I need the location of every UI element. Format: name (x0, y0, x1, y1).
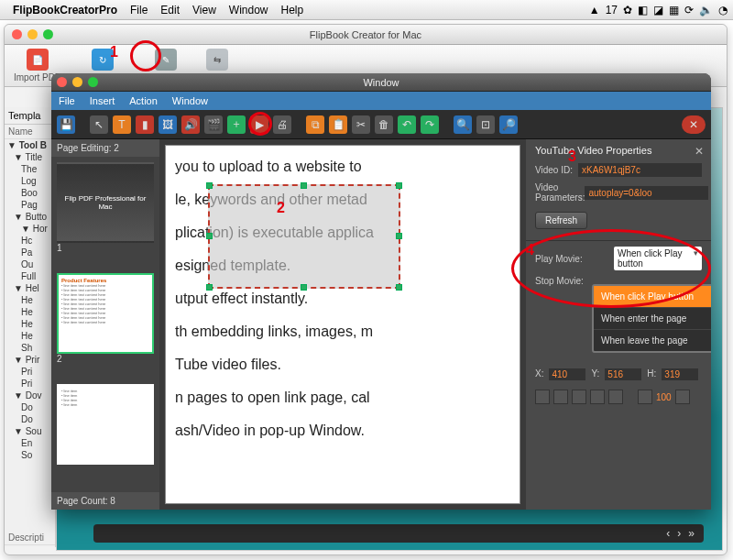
editor-zoom-button[interactable] (88, 77, 98, 87)
tree-item[interactable]: Boo (5, 187, 55, 199)
delete-icon[interactable]: 🗑 (375, 115, 393, 134)
selection-box[interactable] (208, 184, 400, 289)
resize-handle[interactable] (301, 284, 307, 291)
close-editor-icon[interactable]: ✕ (682, 115, 706, 134)
tree-item[interactable]: Pri (5, 366, 55, 378)
zoom-out-icon[interactable]: 🔎 (499, 115, 518, 134)
next-page-icon[interactable]: › (677, 527, 681, 540)
tree-item[interactable]: Log (5, 175, 55, 187)
page-canvas[interactable]: you to upload to a website tole, keyword… (165, 145, 520, 504)
h-input[interactable] (662, 368, 698, 380)
tree-item[interactable]: Pa (5, 247, 55, 258)
tree-item[interactable]: ▼ Hel (5, 282, 55, 294)
y-input[interactable] (605, 368, 641, 380)
tree-item[interactable]: ▼ Title (5, 151, 55, 163)
redo-icon[interactable]: ↷ (421, 115, 439, 134)
thumb-2[interactable]: Product Features • line item text conten… (57, 273, 154, 379)
tree-item[interactable]: He (5, 330, 55, 342)
cut-icon[interactable]: ✂ (352, 115, 370, 134)
file-menu[interactable]: File (130, 4, 148, 16)
align-top-icon[interactable] (590, 390, 605, 404)
zoom-window-button[interactable] (43, 29, 53, 39)
tree-item[interactable]: ▼ Butto (5, 211, 55, 223)
tree-item[interactable]: En (5, 437, 55, 449)
last-page-icon[interactable]: » (688, 527, 695, 540)
shape-icon[interactable]: ▮ (136, 115, 154, 134)
zoom-fit-icon[interactable]: ⊡ (476, 115, 495, 134)
tree-item[interactable]: He (5, 318, 55, 330)
editor-insert-menu[interactable]: Insert (90, 95, 115, 106)
edit-menu[interactable]: Edit (160, 4, 180, 16)
tree-item[interactable]: ▼ Tool B (5, 139, 55, 151)
window-menu[interactable]: Window (229, 4, 268, 16)
opacity-icon[interactable] (638, 390, 652, 404)
dd-option-play-button[interactable]: When click Play button (594, 286, 711, 308)
tree-item[interactable]: The (5, 163, 55, 175)
x-input[interactable] (549, 368, 585, 380)
sound-icon[interactable]: 🔊 (181, 115, 200, 134)
editor-close-button[interactable] (57, 77, 67, 87)
tree-item[interactable]: Hc (5, 235, 55, 247)
app-menu[interactable]: FlipBookCreatorPro (13, 4, 117, 16)
property-tree[interactable]: ▼ Tool B▼ TitleTheLogBooPag▼ Butto▼ HorH… (5, 139, 55, 461)
tree-item[interactable]: So (5, 449, 55, 461)
tree-item[interactable]: Do (5, 413, 55, 425)
template-tab[interactable]: Templa (5, 107, 55, 125)
pointer-icon[interactable]: ↖ (90, 115, 108, 134)
video-id-input[interactable] (578, 163, 702, 177)
paste-icon[interactable]: 📋 (329, 115, 347, 134)
tree-item[interactable]: ▼ Dov (5, 390, 55, 401)
thumb-list[interactable]: Flip PDF Professional for Mac 1 Product … (51, 157, 159, 492)
align-middle-icon[interactable] (608, 390, 623, 404)
resize-handle[interactable] (396, 182, 402, 189)
save-icon[interactable]: 💾 (57, 115, 75, 134)
clock-icon[interactable]: ◔ (718, 4, 728, 16)
editor-file-menu[interactable]: File (59, 95, 75, 106)
prev-page-icon[interactable]: ‹ (666, 527, 670, 540)
tree-item[interactable]: Full (5, 270, 55, 282)
resize-handle[interactable] (396, 284, 402, 291)
dd-option-enter-page[interactable]: When enter the page (594, 308, 711, 330)
tree-item[interactable]: Do (5, 401, 55, 413)
close-window-button[interactable] (12, 29, 22, 39)
refresh-button[interactable]: Refresh (535, 212, 587, 229)
tree-item[interactable]: ▼ Sou (5, 425, 55, 437)
tree-item[interactable]: Sh (5, 342, 55, 354)
tree-item[interactable]: Ou (5, 258, 55, 270)
tree-item[interactable]: Pri (5, 378, 55, 390)
view-menu[interactable]: View (192, 4, 216, 16)
tree-item[interactable]: Pag (5, 199, 55, 211)
resize-handle[interactable] (301, 182, 307, 189)
play-movie-dropdown[interactable]: When click Play button (614, 247, 702, 270)
swf-icon[interactable]: ＋ (227, 115, 246, 134)
movie-icon[interactable]: 🎬 (204, 115, 223, 134)
tree-item[interactable]: ▼ Prir (5, 354, 55, 366)
dd-option-leave-page[interactable]: When leave the page (594, 330, 711, 351)
tree-item[interactable]: ▼ Hor (5, 223, 55, 235)
undo-icon[interactable]: ↶ (398, 115, 416, 134)
lock-icon[interactable] (675, 390, 690, 404)
close-panel-icon[interactable]: ✕ (695, 145, 704, 158)
resize-handle[interactable] (206, 182, 213, 189)
youtube-icon[interactable]: ▶ (250, 115, 268, 134)
editor-action-menu[interactable]: Action (129, 95, 158, 106)
text-icon[interactable]: T (113, 115, 131, 134)
resize-handle[interactable] (206, 284, 213, 291)
align-center-icon[interactable] (553, 390, 568, 404)
image-icon[interactable]: 🖼 (159, 115, 177, 134)
align-right-icon[interactable] (572, 390, 586, 404)
volume-icon[interactable]: 🔈 (699, 4, 713, 16)
tree-item[interactable]: He (5, 306, 55, 318)
video-params-input[interactable] (585, 186, 708, 200)
minimize-window-button[interactable] (27, 29, 38, 39)
editor-minimize-button[interactable] (72, 77, 82, 87)
thumb-1[interactable]: Flip PDF Professional for Mac 1 (57, 162, 154, 268)
resize-handle[interactable] (206, 233, 213, 239)
copy-icon[interactable]: ⧉ (306, 115, 324, 134)
resize-handle[interactable] (396, 233, 402, 239)
align-left-icon[interactable] (535, 390, 550, 404)
print-icon[interactable]: 🖨 (273, 115, 291, 134)
help-menu[interactable]: Help (281, 4, 304, 16)
editor-window-menu[interactable]: Window (172, 95, 208, 106)
thumb-3[interactable]: • line item• line item• line item• line … (57, 384, 154, 479)
